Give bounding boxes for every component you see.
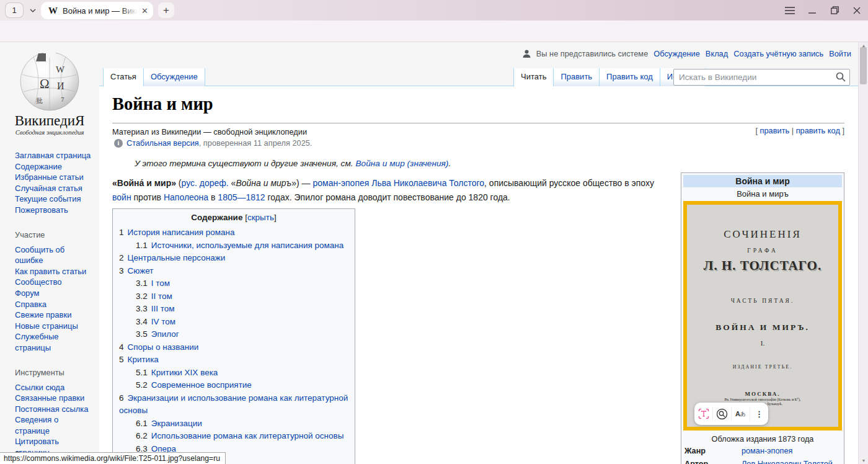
stable-version-line: i Стабильная версия, проверенная 11 апре… [114, 138, 312, 148]
inline-link[interactable]: войн [112, 192, 131, 202]
inline-link[interactable]: Наполеона [164, 192, 208, 202]
edit-code-link[interactable]: править код [796, 126, 840, 135]
toc-link[interactable]: Использование романа как литературной ос… [151, 431, 344, 440]
toc-hide-link[interactable]: скрыть [247, 213, 274, 222]
toc-number: 3.2 [136, 292, 148, 301]
sidebar-item[interactable]: Как править статьи [15, 266, 94, 277]
translate-image-icon[interactable]: Aあ [732, 403, 750, 425]
toc-item[interactable]: 3.4IV том [113, 316, 355, 329]
toc-link[interactable]: Эпилог [151, 329, 179, 339]
toc-item[interactable]: 3Сюжет [113, 265, 355, 278]
sidebar-item[interactable]: Содержание [15, 161, 94, 172]
infobox-title: Война и мир [683, 175, 842, 187]
toc-link[interactable]: I том [151, 279, 170, 288]
sidebar-item[interactable]: Сообщить об ошибке [15, 244, 94, 266]
toc-link[interactable]: Экранизации [151, 419, 202, 428]
toc-item[interactable]: 4Споры о названии [113, 341, 355, 354]
chevron-down-icon[interactable] [26, 2, 40, 18]
sidebar-item[interactable]: Сообщество [15, 277, 94, 288]
toc-link[interactable]: III том [151, 304, 175, 313]
tab-counter-button[interactable]: 1 [5, 2, 24, 18]
search-input[interactable] [673, 69, 850, 86]
toc-link[interactable]: Современное восприятие [151, 380, 252, 390]
sidebar-item[interactable]: Пожертвовать [15, 205, 94, 216]
window-restore-button[interactable] [823, 0, 846, 20]
text-segment: в [208, 192, 218, 202]
infobox-row: АвторЛев Николаевич Толстой [683, 459, 842, 464]
sidebar-item[interactable]: Служебные страницы [15, 331, 94, 353]
tab-article[interactable]: Статья [103, 68, 143, 87]
toc-link[interactable]: II том [151, 292, 172, 301]
toc-link[interactable]: Центральные персонажи [128, 253, 226, 262]
tab-talk[interactable]: Обсуждение [143, 68, 205, 86]
sidebar-item[interactable]: Свежие правки [15, 310, 94, 321]
infobox-caption: Обложка издания 1873 года [683, 435, 842, 444]
page-scrollbar[interactable]: ▲ ▼ [858, 42, 868, 464]
toc-item[interactable]: 5.2Современное восприятие [113, 379, 355, 392]
toc-link[interactable]: Источники, используемые для написания ро… [151, 241, 344, 250]
toc-item[interactable]: 3.1I том [113, 277, 355, 290]
toc-item[interactable]: 1История написания романа [113, 226, 355, 239]
toc-link[interactable]: Критика [128, 355, 159, 364]
inline-link[interactable]: 1805—1812 [218, 192, 265, 202]
toc-link[interactable]: IV том [151, 317, 175, 326]
toc-item[interactable]: 3.3III том [113, 303, 355, 316]
browser-menu-icon[interactable] [779, 0, 801, 20]
sidebar-item[interactable]: Форум [15, 288, 94, 299]
sidebar-item[interactable]: Сведения о странице [15, 414, 94, 436]
scrollbar-thumb[interactable] [860, 47, 867, 84]
toc-link[interactable]: Экранизации и использование романа как л… [119, 393, 348, 416]
article-title: Война и мир [112, 94, 213, 114]
window-minimize-button[interactable] [801, 0, 823, 20]
toc-item[interactable]: 5.1Критики XIX века [113, 367, 355, 380]
toc-item[interactable]: 3.5Эпилог [113, 328, 355, 341]
toc-link[interactable]: Споры о названии [128, 342, 199, 352]
window-close-button[interactable] [846, 0, 868, 20]
personal-link[interactable]: Вклад [706, 49, 728, 58]
browser-tab-active[interactable]: W Война и мир — Википе ✕ [41, 2, 153, 19]
sidebar-item[interactable]: Связанные правки [15, 393, 94, 404]
personal-link[interactable]: Обсуждение [653, 49, 700, 58]
new-tab-button[interactable]: + [158, 2, 174, 18]
sidebar-item[interactable]: Заглавная страница [15, 150, 94, 161]
view-tab[interactable]: Править код [599, 68, 660, 86]
toc-item[interactable]: 6.1Экранизации [113, 417, 355, 431]
sidebar-item[interactable]: Новые страницы [15, 321, 94, 332]
inline-link[interactable]: Война и мир (значения) [355, 159, 448, 168]
personal-link[interactable]: Создать учётную запись [733, 49, 823, 58]
sidebar-item[interactable]: Случайная статья [15, 183, 94, 194]
toc-item[interactable]: 6.2Использование романа как литературной… [113, 430, 355, 443]
toc-item[interactable]: 6Экранизации и использование романа как … [113, 392, 355, 417]
toc-item[interactable]: 2Центральные персонажи [113, 252, 355, 265]
book-cover-image[interactable]: СОЧИНЕНІЯГРАФАЛ. Н. ТОЛСТАГО.ЧАСТЬ ПЯТАЯ… [683, 201, 842, 431]
wikipedia-logo[interactable]: Ω W И 批 7 ВикипедиЯ Свободная энциклопед… [0, 50, 99, 136]
sidebar-item[interactable]: Текущие события [15, 194, 94, 205]
sidebar-item[interactable]: Постоянная ссылка [15, 404, 94, 415]
stable-version-link[interactable]: Стабильная версия [126, 138, 199, 148]
toc-item[interactable]: 1.1Источники, используемые для написания… [113, 239, 355, 252]
toc-item[interactable]: 5Критика [113, 354, 355, 367]
search-icon[interactable] [836, 72, 846, 82]
toc-link[interactable]: Критики XIX века [151, 368, 218, 377]
sidebar-item[interactable]: Ссылки сюда [15, 382, 94, 393]
image-search-icon[interactable] [713, 403, 731, 425]
personal-link[interactable]: Войти [829, 49, 851, 58]
text-segment: годах. Эпилог романа доводит повествован… [265, 192, 510, 202]
ocr-text-icon[interactable] [694, 403, 712, 425]
toc-item[interactable]: 3.2II том [113, 290, 355, 303]
toc-link[interactable]: Сюжет [128, 266, 154, 275]
view-tab[interactable]: Править [553, 68, 599, 86]
toc-link[interactable]: История написания романа [128, 228, 235, 237]
tab-close-icon[interactable]: ✕ [141, 6, 148, 16]
inline-link[interactable]: рус. дореф. [182, 178, 229, 188]
inline-link[interactable]: роман-эпопея Льва Николаевича Толстого [313, 178, 485, 188]
sidebar-item[interactable]: Справка [15, 299, 94, 310]
scroll-down-icon[interactable]: ▼ [859, 458, 868, 463]
edit-link[interactable]: править [760, 126, 790, 135]
more-options-icon[interactable]: ⋮ [750, 403, 768, 425]
infobox-row-value-link[interactable]: роман-эпопея [737, 446, 842, 457]
infobox-row-value-link[interactable]: Лев Николаевич Толстой [737, 459, 842, 464]
sidebar-item[interactable]: Избранные статьи [15, 172, 94, 183]
cover-text-line: Въ Университетской типографіи (Катковъ и… [687, 398, 838, 401]
view-tab[interactable]: Читать [513, 68, 553, 87]
